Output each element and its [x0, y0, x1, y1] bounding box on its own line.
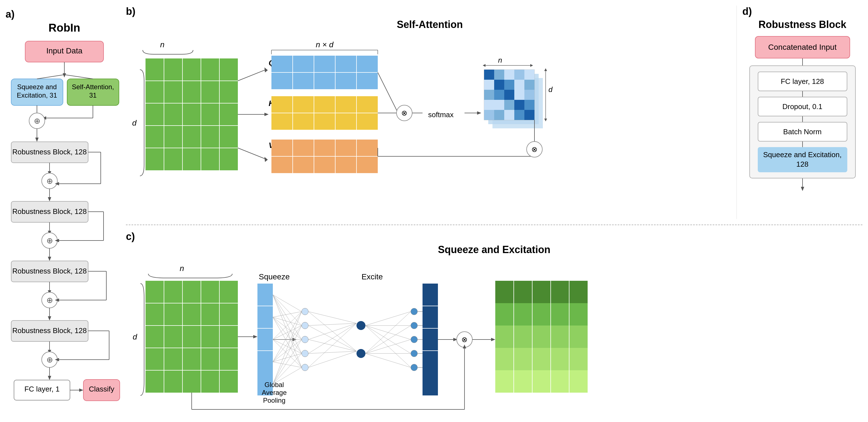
- svg-rect-132: [484, 80, 494, 90]
- svg-text:Robustness Block, 128: Robustness Block, 128: [12, 267, 87, 275]
- svg-text:Excitation, 31: Excitation, 31: [17, 92, 57, 99]
- svg-text:d: d: [549, 85, 553, 94]
- svg-rect-127: [484, 70, 494, 80]
- svg-point-233: [411, 308, 417, 315]
- robustness-block-container: FC layer, 128 Dropout, 0.1 Batch Norm Sq…: [749, 65, 856, 178]
- svg-marker-19: [35, 138, 39, 142]
- d-arrow-3: [802, 116, 803, 122]
- svg-point-190: [302, 308, 308, 315]
- panel-c-label: c): [126, 231, 862, 242]
- svg-text:d: d: [132, 119, 137, 127]
- panel-a: a) RobIn Input Data Squeeze and Excitati…: [6, 6, 123, 416]
- svg-rect-150: [514, 110, 524, 120]
- self-attention-diagram: n d: [126, 36, 574, 218]
- svg-rect-268: [495, 303, 588, 326]
- d-batch-norm: Batch Norm: [758, 122, 847, 141]
- svg-text:⊗: ⊗: [531, 145, 537, 154]
- d-arrow-1: [802, 59, 803, 65]
- svg-rect-139: [504, 90, 514, 100]
- svg-text:Excite: Excite: [362, 272, 383, 281]
- svg-text:⊗: ⊗: [401, 109, 407, 117]
- svg-line-232: [308, 351, 356, 367]
- svg-text:31: 31: [89, 92, 97, 99]
- panel-d-title: Robustness Block: [742, 19, 862, 31]
- svg-marker-31: [48, 197, 51, 201]
- svg-text:softmax: softmax: [428, 110, 454, 119]
- svg-text:Pooling: Pooling: [263, 396, 285, 404]
- svg-point-193: [302, 350, 308, 357]
- svg-line-85: [238, 70, 266, 81]
- svg-text:Squeeze and: Squeeze and: [17, 83, 57, 91]
- svg-marker-123: [477, 111, 481, 115]
- svg-line-197: [273, 295, 302, 339]
- svg-point-234: [411, 322, 417, 329]
- svg-rect-269: [495, 326, 588, 348]
- svg-line-11: [64, 75, 93, 79]
- svg-line-206: [273, 326, 302, 339]
- svg-rect-248: [423, 284, 438, 395]
- svg-point-222: [356, 349, 366, 358]
- svg-rect-135: [514, 80, 524, 90]
- panel-top: b) Self-Attention n d: [126, 6, 862, 225]
- svg-line-200: [273, 312, 302, 317]
- svg-line-212: [273, 339, 302, 362]
- svg-marker-43: [48, 257, 51, 261]
- svg-line-238: [366, 312, 411, 326]
- svg-rect-136: [524, 80, 534, 90]
- svg-marker-88: [265, 113, 269, 116]
- svg-text:Squeeze: Squeeze: [259, 272, 290, 281]
- svg-rect-181: [257, 284, 273, 395]
- svg-text:FC layer, 1: FC layer, 1: [24, 385, 60, 393]
- svg-line-10: [37, 75, 64, 79]
- svg-rect-147: [484, 110, 494, 120]
- panel-a-title: RobIn: [6, 22, 123, 34]
- svg-rect-137: [484, 90, 494, 100]
- svg-marker-155: [530, 64, 533, 67]
- svg-line-217: [273, 339, 302, 384]
- svg-marker-71: [79, 388, 83, 392]
- svg-line-219: [273, 367, 302, 384]
- svg-text:n: n: [498, 56, 502, 64]
- svg-rect-169: [146, 281, 238, 393]
- svg-rect-149: [504, 110, 514, 120]
- svg-marker-154: [483, 64, 486, 67]
- svg-line-204: [273, 317, 302, 367]
- svg-rect-140: [514, 90, 524, 100]
- svg-line-224: [308, 323, 356, 326]
- svg-text:d: d: [133, 332, 137, 341]
- d-fc-layer: FC layer, 128: [758, 72, 847, 91]
- svg-text:Robustness Block, 128: Robustness Block, 128: [12, 326, 87, 335]
- svg-marker-159: [544, 119, 547, 121]
- d-final-arrow: [796, 178, 809, 192]
- svg-line-89: [238, 148, 266, 159]
- svg-text:Classify: Classify: [89, 385, 114, 393]
- main-container: a) RobIn Input Data Squeeze and Excitati…: [0, 0, 868, 422]
- svg-point-236: [411, 350, 417, 357]
- svg-point-221: [356, 321, 366, 330]
- panel-a-label: a): [6, 8, 123, 20]
- svg-rect-270: [495, 348, 588, 370]
- svg-rect-148: [494, 110, 504, 120]
- svg-line-196: [273, 295, 302, 326]
- d-squeeze-excitation: Squeeze and Excitation, 128: [758, 147, 847, 172]
- svg-line-202: [273, 317, 302, 339]
- svg-marker-179: [253, 335, 257, 338]
- svg-rect-144: [504, 100, 514, 110]
- svg-line-245: [366, 339, 411, 354]
- panel-b-label: b): [126, 6, 734, 17]
- svg-text:⊕: ⊕: [46, 296, 53, 304]
- svg-text:n × d: n × d: [316, 40, 334, 49]
- svg-rect-134: [504, 80, 514, 90]
- svg-marker-158: [544, 68, 547, 71]
- svg-marker-3: [63, 73, 66, 77]
- svg-point-235: [411, 336, 417, 343]
- svg-line-195: [273, 295, 302, 312]
- svg-line-243: [366, 312, 411, 354]
- svg-text:Average: Average: [262, 389, 287, 396]
- svg-rect-131: [524, 70, 534, 80]
- d-dropout: Dropout, 0.1: [758, 97, 847, 116]
- svg-marker-55: [48, 316, 51, 321]
- svg-marker-86: [265, 67, 268, 72]
- d-arrow-4: [802, 141, 803, 147]
- svg-line-116: [378, 72, 397, 111]
